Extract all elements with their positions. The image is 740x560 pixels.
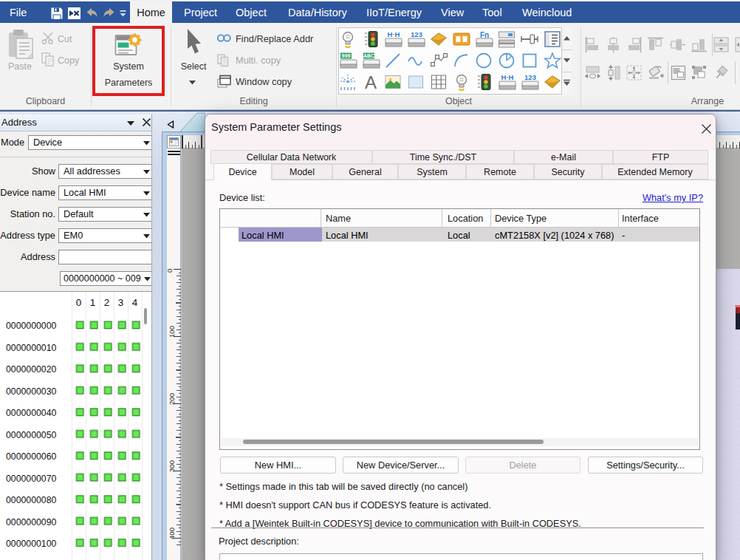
svg-text:ABC: ABC (363, 53, 374, 58)
svg-text:123: 123 (524, 73, 536, 81)
svg-text:999: 999 (341, 52, 351, 59)
svg-text:123: 123 (411, 30, 422, 38)
svg-text:Fn: Fn (480, 31, 489, 39)
svg-text:A: A (365, 73, 377, 91)
svg-text:H·H: H·H (501, 73, 514, 81)
svg-text:H·H: H·H (388, 30, 400, 38)
